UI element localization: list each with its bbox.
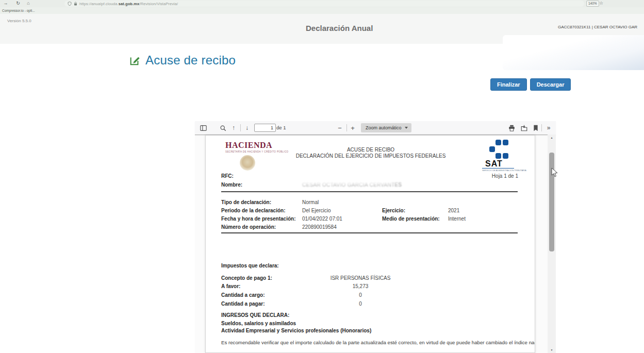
pdf-toolbar: ↑ ↓ de 1 − + Zoom automático » [195,121,556,135]
previous-page-icon[interactable]: ↑ [229,121,238,135]
row-label: Cantidad a pagar: [221,301,265,307]
page-number-input[interactable] [254,124,276,132]
impuestos-heading: Impuestos que declara: [221,263,279,268]
descargar-button[interactable]: Descargar [530,78,571,91]
chevron-down-icon [405,127,408,129]
row-label: Tipo de declaración: [221,199,271,205]
bookmarks-bar: Compressor.io - opti... [0,7,644,14]
mouse-cursor [551,167,558,177]
rfc-label: RFC: [221,173,234,179]
home-icon[interactable]: ⌂ [25,0,32,7]
acuse-heading-label: Acuse de recibo [145,53,236,68]
divider [221,191,518,192]
ingreso-item: Sueldos, salarios y asimilados [221,321,296,326]
sat-divider [482,168,514,169]
download-icon[interactable] [519,121,529,135]
shield-icon [68,2,72,6]
row-value: 01/04/2022 07:01 [302,216,342,222]
toolbar-separator [541,124,542,131]
doc-title-line2: DECLARACIÓN DEL EJERCICIO DE IMPUESTOS F… [268,153,474,159]
zoom-select[interactable]: Zoom automático [361,123,411,132]
row-value: 0 [288,292,433,298]
more-tools-icon[interactable]: » [543,121,554,135]
version-label: Versión 5.5.0 [7,19,31,23]
user-rfc-name: GACC870321K11 | CESAR OCTAVIO GAR [558,25,637,29]
next-page-icon[interactable]: ↓ [242,121,252,135]
print-icon[interactable] [506,121,517,135]
row-value: Del Ejercicio [302,208,331,213]
decorative-gradient-panel [503,35,644,70]
pdf-page: HACIENDA SECRETARÍA DE HACIENDA Y CRÉDIT… [205,135,535,353]
row-label: Cantidad a cargo: [221,292,265,298]
footnote-line2-clipped: de precios al consumidor; el cálculo deb… [221,346,520,349]
lock-icon [74,2,77,6]
page-count-label: de 1 [276,121,286,135]
row-label: Ejercicio: [382,208,405,213]
reload-icon[interactable]: ↻ [14,0,22,7]
sat-wordmark: SAT [485,160,524,167]
toolbar-separator [346,124,347,131]
action-buttons: Finalizar Descargar [490,78,571,91]
row-value: 2021 [448,208,459,213]
browser-toolbar: → ↻ ⌂ https://anualpf.clouda.sat.gob.mx/… [0,0,644,7]
ingresos-heading: INGRESOS QUE DECLARA: [221,312,289,318]
hoja-label: Hoja 1 de 1 [492,173,518,179]
row-value: Internet [448,216,466,222]
zoom-in-icon[interactable]: + [348,121,357,135]
divider [221,232,518,233]
row-label: Concepto de pago 1: [221,275,272,281]
toolbar-separator [240,124,241,131]
search-icon[interactable] [218,121,228,135]
screen: → ↻ ⌂ https://anualpf.clouda.sat.gob.mx/… [0,0,644,353]
url-bar[interactable]: https://anualpf.clouda.sat.gob.mx/Revisi… [64,1,584,7]
nombre-label: Nombre: [221,182,242,188]
row-label: Número de operación: [221,224,276,230]
forward-icon[interactable]: → [2,0,9,7]
nombre-value: CESAR OCTAVIO GARCIA CERVANTES [302,182,402,188]
government-seal [240,155,255,171]
page-title: Declaración Anual [306,24,373,32]
ingreso-item: Actividad Empresarial y Servicios profes… [221,328,371,333]
scroll-up-icon[interactable]: ▲ [548,135,556,141]
doc-title: ACUSE DE RECIBO DECLARACIÓN DEL EJERCICI… [268,147,474,159]
row-label: A favor: [221,283,240,289]
finalizar-button[interactable]: Finalizar [490,78,527,91]
row-label: Medio de presentación: [382,216,440,222]
sat-dots-icon [489,140,510,160]
sidebar-toggle-icon[interactable] [198,121,208,135]
bookmark-item[interactable]: Compressor.io - opti... [2,7,35,14]
url-text: https://anualpf.clouda.sat.gob.mx/Revisi… [79,2,178,6]
row-value: 0 [288,301,433,307]
pdf-viewer: ↑ ↓ de 1 − + Zoom automático » [195,121,556,353]
edit-square-icon [129,55,140,66]
row-value: ISR PERSONAS FÍSICAS [288,275,433,281]
row-value: 220890019584 [302,224,337,230]
doc-title-line1: ACUSE DE RECIBO [268,147,474,153]
footnote-line1: Es recomendable verificar que el importe… [221,340,535,345]
row-label: Fecha y hora de presentación: [221,216,296,222]
row-value: 15,273 [288,283,433,289]
zoom-out-icon[interactable]: − [335,121,344,135]
bookmark-icon[interactable] [531,121,540,135]
acuse-heading: Acuse de recibo [129,53,236,68]
browser-zoom-badge[interactable]: 140% [586,1,599,7]
sat-logo: SAT SERVICIO DE ADMINISTRACIÓN TRIBUTARI… [478,140,524,172]
zoom-select-value: Zoom automático [366,125,402,130]
sat-subtitle: SERVICIO DE ADMINISTRACIÓN TRIBUTARIA [482,169,524,172]
redaction-blur [296,169,394,181]
row-label: Periodo de la declaración: [221,208,285,213]
bookmark-star-icon[interactable]: ☆ [599,0,603,7]
scroll-down-icon[interactable]: ▼ [548,347,556,353]
row-value: Normal [302,199,319,205]
